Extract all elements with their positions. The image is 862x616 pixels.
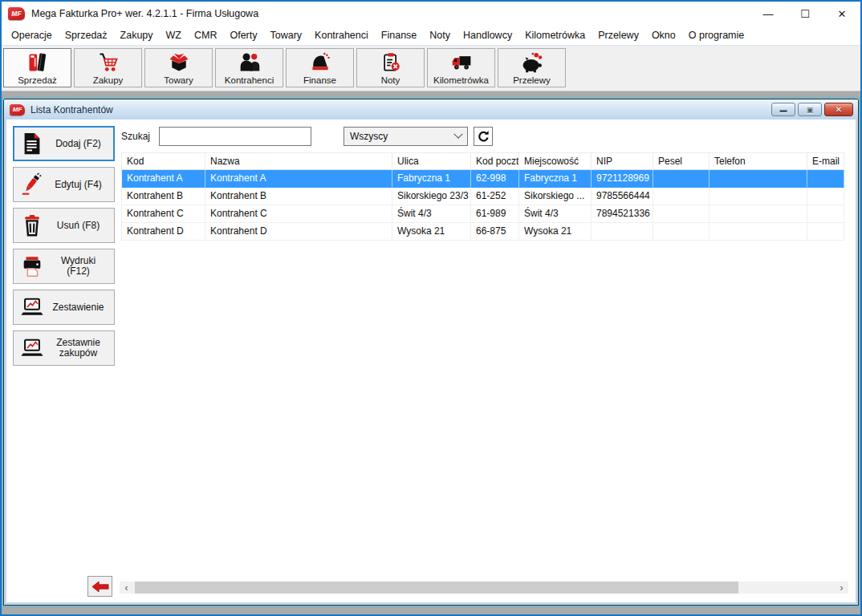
menu-item[interactable]: Noty: [423, 26, 457, 44]
sidebar-action-button[interactable]: Wydruki (F12): [13, 249, 115, 284]
table-row[interactable]: Kontrahent DKontrahent DWysoka 2166-875W…: [122, 223, 844, 241]
search-input[interactable]: [159, 127, 311, 146]
table-cell[interactable]: 9785566444: [592, 188, 653, 205]
toolbar-button-label: Kilometrówka: [433, 75, 489, 86]
menu-item[interactable]: WZ: [160, 26, 188, 44]
menu-item[interactable]: Zakupy: [114, 26, 160, 44]
menu-item[interactable]: Okno: [645, 26, 682, 44]
toolbar-button[interactable]: Towary: [144, 48, 213, 87]
menu-item[interactable]: Operacje: [5, 26, 59, 44]
table-cell[interactable]: Sikorskiego ...: [519, 188, 592, 205]
table-cell[interactable]: [710, 170, 807, 188]
table-column-header[interactable]: Nazwa: [205, 152, 392, 170]
toolbar-button[interactable]: Finanse: [286, 48, 354, 87]
table-cell[interactable]: Kontrahent D: [205, 223, 392, 241]
table-column-header[interactable]: Ulica: [392, 152, 471, 170]
minimize-button[interactable]: —: [750, 2, 787, 26]
table-cell[interactable]: 61-989: [471, 205, 519, 223]
child-minimize-button[interactable]: ▬: [771, 103, 795, 116]
note-x-icon: [379, 51, 403, 75]
menu-item[interactable]: Oferty: [223, 26, 263, 44]
table-cell[interactable]: 66-875: [471, 223, 519, 241]
menu-item[interactable]: Finanse: [375, 26, 423, 44]
toolbar-button[interactable]: Sprzedaż: [3, 48, 71, 87]
table-cell[interactable]: Kontrahent D: [122, 223, 205, 241]
table-cell[interactable]: Kontrahent A: [205, 170, 392, 188]
table-cell[interactable]: Fabryczna 1: [392, 170, 471, 188]
table-column-header[interactable]: Kod poczt.: [471, 152, 519, 170]
sidebar-action-button[interactable]: Dodaj (F2): [13, 126, 115, 161]
table-cell[interactable]: [653, 170, 710, 188]
window-title: Mega Fakturka Pro+ wer. 4.2.1.1 - Firma …: [31, 8, 258, 19]
scrollbar-thumb[interactable]: [135, 582, 738, 594]
table-cell[interactable]: [653, 223, 710, 241]
toolbar-button[interactable]: Kontrahenci: [215, 48, 283, 87]
menu-item[interactable]: Towary: [264, 26, 309, 44]
table-cell[interactable]: Świt 4/3: [519, 205, 592, 223]
menu-item[interactable]: O programie: [682, 26, 750, 44]
table-cell[interactable]: [807, 223, 844, 241]
child-close-button[interactable]: ✕: [824, 103, 853, 116]
table-cell[interactable]: [592, 223, 653, 241]
back-button[interactable]: [87, 576, 112, 597]
table-cell[interactable]: [710, 205, 807, 223]
toolbar-button[interactable]: Przelewy: [498, 48, 566, 87]
table-cell[interactable]: Kontrahent A: [122, 170, 205, 188]
sidebar-action-button[interactable]: Edytuj (F4): [13, 167, 115, 202]
toolbar-button[interactable]: Zakupy: [74, 48, 142, 87]
child-maximize-button[interactable]: ▣: [798, 103, 822, 116]
menu-item[interactable]: Kontrahenci: [308, 26, 375, 44]
table-cell[interactable]: Kontrahent B: [122, 188, 205, 205]
document-icon: [18, 132, 47, 156]
table-cell[interactable]: [807, 205, 844, 223]
table-cell[interactable]: [710, 188, 807, 205]
menu-item[interactable]: CMR: [188, 26, 223, 44]
close-button[interactable]: ✕: [823, 2, 860, 26]
table-cell[interactable]: 9721128969: [592, 170, 653, 188]
table-cell[interactable]: [807, 170, 844, 188]
scrollbar-track[interactable]: [133, 582, 835, 594]
refresh-button[interactable]: [474, 127, 493, 146]
sidebar-button-label: Dodaj (F2): [47, 139, 108, 149]
table-row[interactable]: Kontrahent CKontrahent CŚwit 4/361-989Św…: [122, 205, 844, 223]
menu-item[interactable]: Kilometrówka: [518, 26, 592, 44]
table-cell[interactable]: Świt 4/3: [392, 205, 471, 223]
table-cell[interactable]: Kontrahent C: [205, 205, 392, 223]
table-cell[interactable]: Fabryczna 1: [519, 170, 592, 188]
table-cell[interactable]: 62-998: [471, 170, 519, 188]
table-column-header[interactable]: Kod: [122, 152, 205, 170]
table-cell[interactable]: Sikorskiego 23/3: [392, 188, 471, 205]
table-cell[interactable]: Wysoka 21: [392, 223, 471, 241]
table-column-header[interactable]: Telefon: [710, 152, 807, 170]
table-cell[interactable]: 61-252: [471, 188, 519, 205]
table-column-header[interactable]: Pesel: [653, 152, 710, 170]
sidebar-action-button[interactable]: Zestawnie zakupów: [13, 330, 115, 366]
table-row[interactable]: Kontrahent AKontrahent AFabryczna 162-99…: [122, 170, 844, 188]
scroll-right-arrow[interactable]: ›: [835, 582, 848, 594]
sidebar-action-button[interactable]: Zestawienie: [13, 290, 115, 325]
table-cell[interactable]: Kontrahent B: [205, 188, 392, 205]
maximize-button[interactable]: ☐: [787, 2, 823, 26]
child-logo-icon: MF: [10, 104, 25, 116]
table-column-header[interactable]: NIP: [592, 152, 653, 170]
scroll-left-arrow[interactable]: ‹: [120, 582, 133, 594]
mdi-area: MF Lista Kontrahentów ▬ ▣ ✕ Dodaj (F2): [2, 91, 860, 616]
sidebar-action-button[interactable]: Usuń (F8): [13, 208, 115, 243]
horizontal-scrollbar[interactable]: ‹ ›: [120, 582, 848, 594]
table-cell[interactable]: Kontrahent C: [122, 205, 205, 223]
table-column-header[interactable]: E-mail: [807, 152, 844, 170]
table-cell[interactable]: [807, 188, 844, 205]
table-cell[interactable]: [653, 205, 710, 223]
table-cell[interactable]: 7894521336: [592, 205, 653, 223]
table-cell[interactable]: Wysoka 21: [519, 223, 592, 241]
menu-item[interactable]: Przelewy: [592, 26, 645, 44]
menu-item[interactable]: Handlowcy: [457, 26, 518, 44]
table-cell[interactable]: [710, 223, 807, 241]
filter-select[interactable]: Wszyscy: [344, 127, 468, 146]
table-column-header[interactable]: Miejscowość: [519, 152, 592, 170]
table-row[interactable]: Kontrahent BKontrahent BSikorskiego 23/3…: [122, 188, 844, 205]
menu-item[interactable]: Sprzedaż: [59, 26, 114, 44]
toolbar-button[interactable]: Noty: [356, 48, 425, 87]
toolbar-button[interactable]: Kilometrówka: [427, 48, 495, 87]
table-cell[interactable]: [653, 188, 710, 205]
